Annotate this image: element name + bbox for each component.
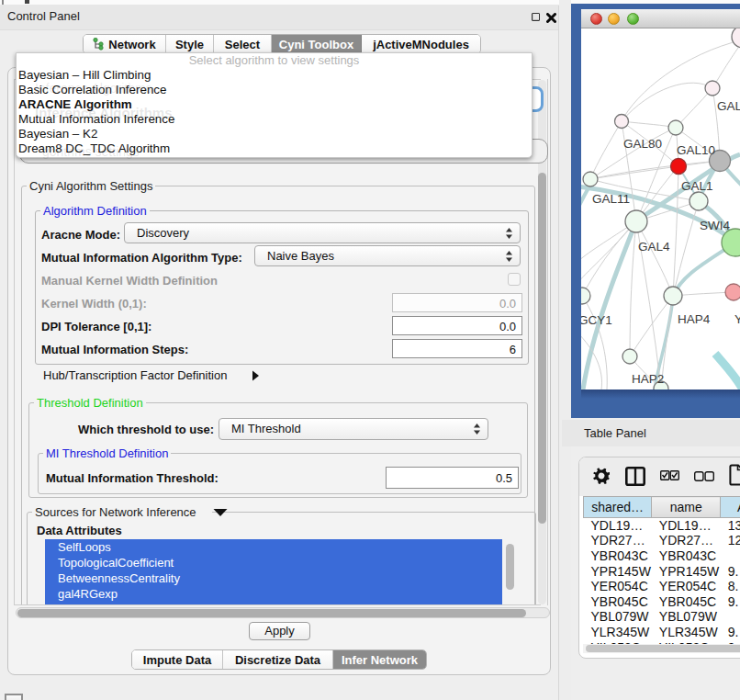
- svg-text:GAL80: GAL80: [623, 137, 662, 151]
- svg-text:SWI4: SWI4: [700, 219, 730, 232]
- svg-text:GAL10: GAL10: [677, 143, 715, 157]
- svg-text:GAL4: GAL4: [638, 240, 670, 254]
- svg-text:GCY1: GCY1: [581, 313, 612, 327]
- svg-text:HAP2: HAP2: [632, 372, 664, 386]
- svg-text:GAL7: GAL7: [717, 99, 740, 113]
- svg-text:HAP4: HAP4: [678, 312, 711, 326]
- svg-text:GAL1: GAL1: [681, 179, 713, 193]
- svg-text:YJ: YJ: [734, 312, 740, 326]
- svg-text:GAL11: GAL11: [592, 192, 630, 206]
